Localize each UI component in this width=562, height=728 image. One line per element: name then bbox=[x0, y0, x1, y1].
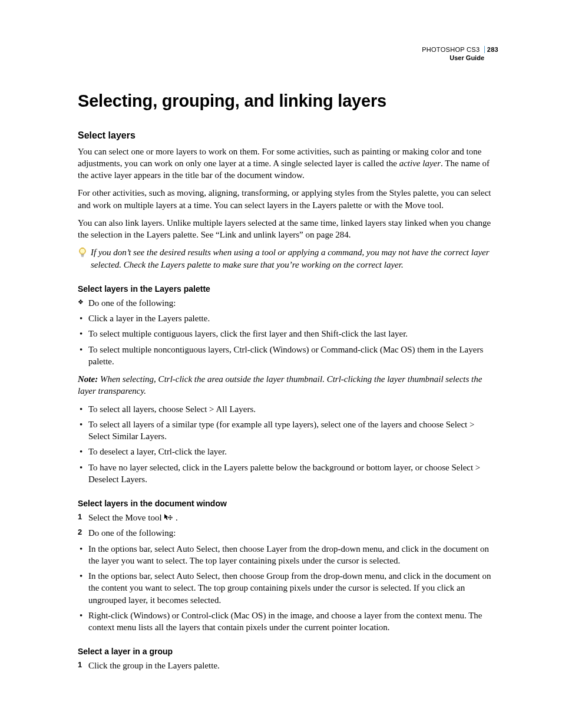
note-label: Note: bbox=[78, 374, 98, 384]
running-header: PHOTOSHOP CS3 283 User Guide bbox=[422, 46, 498, 62]
page: PHOTOSHOP CS3 283 User Guide Selecting, … bbox=[0, 0, 562, 728]
tip-text: If you don’t see the desired results whe… bbox=[91, 246, 497, 271]
tip-callout: If you don’t see the desired results whe… bbox=[78, 246, 497, 271]
list-item: To deselect a layer, Ctrl-click the laye… bbox=[78, 446, 497, 457]
move-tool-icon bbox=[164, 513, 173, 522]
step-item: Select the Move tool . bbox=[78, 512, 497, 523]
subhead-layer-in-group: Select a layer in a group bbox=[78, 646, 497, 657]
step-item: Click the group in the Layers palette. bbox=[78, 660, 497, 671]
bullet-list: To select all layers, choose Select > Al… bbox=[78, 403, 497, 486]
subhead-layers-palette: Select layers in the Layers palette bbox=[78, 284, 497, 295]
list-item: Right-click (Windows) or Control-click (… bbox=[78, 610, 497, 634]
list-item: To select multiple contiguous layers, cl… bbox=[78, 328, 497, 340]
list-item: To select all layers of a similar type (… bbox=[78, 419, 497, 443]
product-name: PHOTOSHOP CS3 bbox=[422, 46, 480, 53]
term-active-layer: active layer bbox=[399, 159, 441, 168]
list-item: To select all layers, choose Select > Al… bbox=[78, 403, 497, 415]
lightbulb-icon bbox=[78, 247, 88, 262]
body-paragraph: You can select one or more layers to wor… bbox=[78, 146, 497, 182]
note-body: When selecting, Ctrl-click the area outs… bbox=[78, 374, 482, 396]
subhead-document-window: Select layers in the document window bbox=[78, 498, 497, 509]
list-item: In the options bar, select Auto Select, … bbox=[78, 543, 497, 567]
page-number: 283 bbox=[484, 46, 498, 53]
list-item: To select multiple noncontiguous layers,… bbox=[78, 344, 497, 368]
bullet-list: Click a layer in the Layers palette. To … bbox=[78, 312, 497, 367]
list-item: To have no layer selected, click in the … bbox=[78, 462, 497, 486]
step-item: Do one of the following: bbox=[78, 527, 497, 539]
body-paragraph: You can also link layers. Unlike multipl… bbox=[78, 217, 497, 241]
bullet-list: In the options bar, select Auto Select, … bbox=[78, 543, 497, 634]
numbered-steps: Select the Move tool . Do one of the fol… bbox=[78, 512, 497, 539]
note-paragraph: Note: When selecting, Ctrl-click the are… bbox=[78, 373, 497, 397]
numbered-steps: Click the group in the Layers palette. bbox=[78, 660, 497, 671]
chapter-heading: Selecting, grouping, and linking layers bbox=[78, 90, 497, 113]
instruction-line: Do one of the following: bbox=[78, 297, 497, 309]
list-item: In the options bar, select Auto Select, … bbox=[78, 570, 497, 606]
section-heading-select-layers: Select layers bbox=[78, 129, 497, 142]
doc-title: User Guide bbox=[422, 54, 498, 62]
body-paragraph: For other activities, such as moving, al… bbox=[78, 187, 497, 211]
list-item: Click a layer in the Layers palette. bbox=[78, 312, 497, 324]
